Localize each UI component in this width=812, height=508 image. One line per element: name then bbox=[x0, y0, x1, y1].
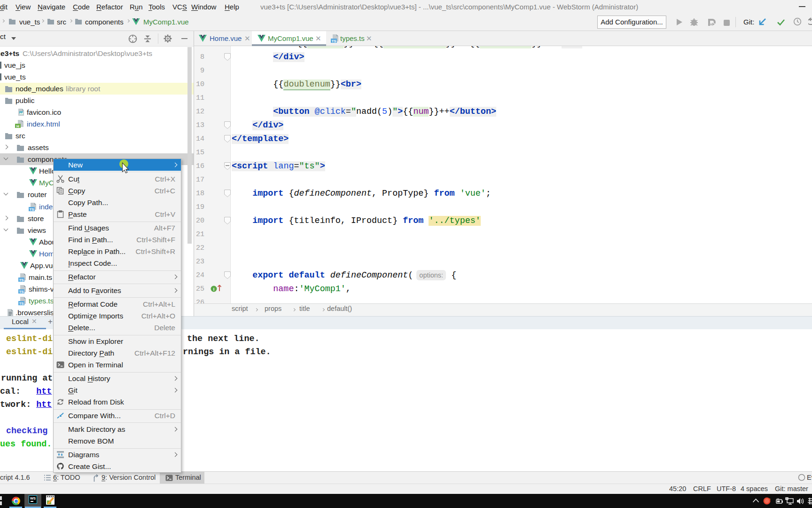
svg-text:TS: TS bbox=[19, 302, 24, 306]
svg-text:TS: TS bbox=[29, 207, 34, 211]
svg-text:TS: TS bbox=[19, 278, 24, 282]
svg-text:TS: TS bbox=[331, 39, 336, 43]
svg-text:I: I bbox=[213, 287, 215, 292]
svg-text:TS: TS bbox=[19, 290, 24, 294]
svg-text:H: H bbox=[16, 124, 19, 128]
